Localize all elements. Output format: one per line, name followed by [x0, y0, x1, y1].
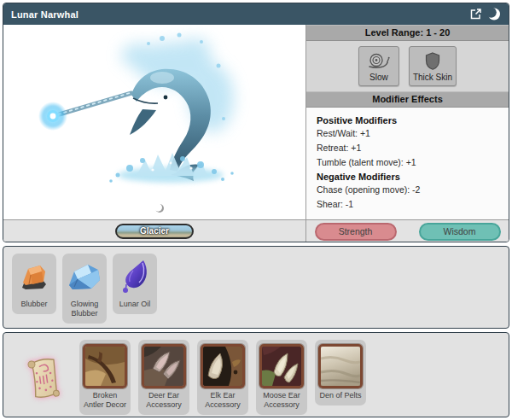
drop-card-den-of-pelts[interactable]: Den of Pelts [315, 340, 366, 405]
shield-icon [425, 51, 440, 70]
drop-label: Deer Ear Accessory [141, 391, 187, 410]
drop-card-moose-ear-accessory[interactable]: Moose Ear Accessory [256, 340, 307, 415]
creature-title: Lunar Narwhal [11, 9, 79, 20]
elk-ear-accessory-image [201, 344, 245, 388]
drop-label: Den of Pelts [319, 391, 361, 400]
blubber-icon [17, 258, 51, 297]
moose-ear-accessory-image [259, 344, 304, 388]
ability-label: Thick Skin [413, 73, 452, 82]
item-label: Glowing Blubber [64, 300, 105, 318]
modifier-line: Rest/Wait: +1 [317, 128, 498, 138]
habitat-badge-glacier[interactable]: Glacier [115, 224, 194, 239]
level-range-header: Level Range: 1 - 20 [306, 25, 509, 41]
lunar-narwhal-artwork [3, 25, 305, 219]
bottom-strip: Glacier Strength Wisdom [3, 219, 509, 242]
main-row: Level Range: 1 - 20 [3, 25, 509, 219]
deer-ear-accessory-image [142, 344, 186, 388]
crescent-moon-icon [154, 203, 165, 213]
scroll-icon[interactable] [26, 355, 63, 406]
modifier-line: Chase (opening move): -2 [317, 184, 498, 195]
drop-label: Elk Ear Accessory [200, 391, 246, 410]
page: Lunar Narwhal [0, 0, 512, 420]
broken-antler-decor-image [83, 344, 127, 388]
ability-slow-button[interactable]: Slow [358, 46, 399, 86]
modifier-list: Positive Modifiers Rest/Wait: +1 Retreat… [306, 108, 509, 219]
titlebar: Lunar Narwhal [3, 3, 509, 25]
abilities-row: Slow Thick Skin [306, 41, 509, 91]
titlebar-icons [469, 7, 501, 21]
creature-panel: Lunar Narwhal [3, 3, 509, 242]
stats-strip: Strength Wisdom [305, 220, 509, 242]
item-card-glowing-blubber[interactable]: Glowing Blubber [62, 254, 107, 324]
drop-card-broken-antler-decor[interactable]: Broken Antler Decor [79, 340, 131, 415]
drop-card-deer-ear-accessory[interactable]: Deer Ear Accessory [138, 340, 189, 415]
habitat-strip: Glacier [3, 220, 305, 242]
lunar-oil-icon [119, 258, 150, 297]
strength-button[interactable]: Strength [315, 223, 397, 241]
item-label: Lunar Oil [119, 300, 151, 309]
moon-icon[interactable] [486, 7, 501, 21]
positive-modifiers-header: Positive Modifiers [317, 115, 498, 125]
den-of-pelts-image [318, 344, 363, 388]
drop-label: Broken Antler Decor [82, 391, 128, 410]
negative-modifiers-header: Negative Modifiers [317, 172, 498, 182]
modifier-line: Shear: -1 [317, 199, 498, 209]
drop-label: Moose Ear Accessory [259, 391, 305, 410]
materials-section: Blubber Glowing Blubber [3, 246, 509, 329]
info-panel: Level Range: 1 - 20 [305, 25, 509, 219]
drops-section: Broken Antler Decor Deer Ear Accessory [3, 332, 509, 417]
ability-thick-skin-button[interactable]: Thick Skin [409, 46, 457, 86]
drop-card-elk-ear-accessory[interactable]: Elk Ear Accessory [197, 340, 248, 415]
item-label: Blubber [20, 300, 47, 309]
snail-icon [368, 51, 390, 70]
ability-label: Slow [369, 73, 388, 82]
wisdom-button[interactable]: Wisdom [419, 223, 501, 241]
glowing-blubber-icon [66, 258, 103, 297]
modifier-effects-header: Modifier Effects [306, 91, 509, 108]
item-card-blubber[interactable]: Blubber [12, 254, 56, 314]
modifier-line: Retreat: +1 [317, 143, 498, 153]
item-card-lunar-oil[interactable]: Lunar Oil [113, 254, 157, 314]
external-link-icon[interactable] [469, 8, 482, 20]
modifier-line: Tumble (talent move): +1 [317, 157, 498, 167]
creature-image-panel [3, 25, 305, 219]
